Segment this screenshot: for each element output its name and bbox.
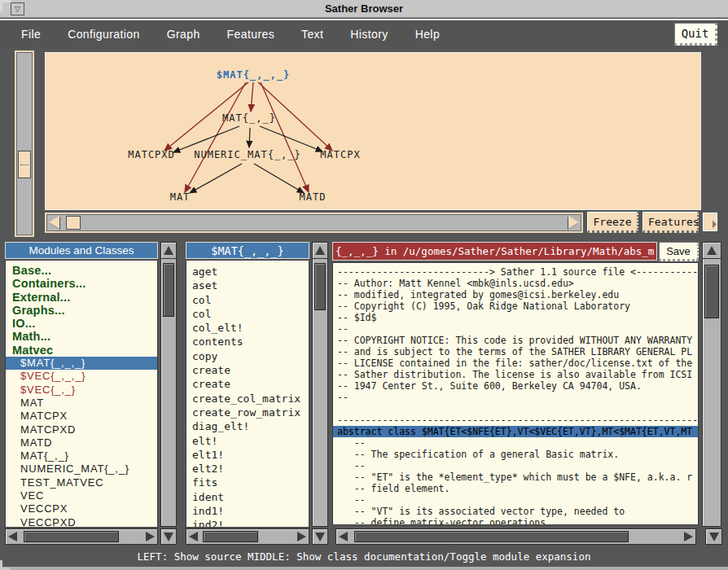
list-item[interactable]: create_col_matrix xyxy=(186,392,309,406)
title-bar[interactable]: ▽ Sather Browser xyxy=(0,0,728,18)
window-title: Sather Browser xyxy=(0,2,728,15)
graph-edge xyxy=(260,126,322,151)
freeze-button[interactable]: Freeze xyxy=(587,212,638,233)
graph-node-matcpx[interactable]: MATCPX xyxy=(320,149,360,160)
list-item[interactable]: IO... xyxy=(6,317,157,330)
source-horizontal-scrollbar[interactable] xyxy=(335,528,696,545)
graph-node-mat[interactable]: MAT{_,_} xyxy=(222,112,276,124)
list-item[interactable]: Graphs... xyxy=(6,304,157,317)
list-item[interactable]: MATCPX xyxy=(6,410,157,423)
menu-item[interactable]: Help xyxy=(415,28,440,41)
menu-item[interactable]: Text xyxy=(301,28,323,41)
features-horizontal-scrollbar[interactable] xyxy=(186,528,309,545)
source-scroll-up-button[interactable] xyxy=(703,243,721,259)
features-vertical-scrollbar[interactable] xyxy=(312,242,328,527)
list-item[interactable]: col_elt! xyxy=(186,321,309,335)
list-item[interactable]: TEST_MATVEC xyxy=(6,476,157,489)
list-item[interactable]: VECCPXD xyxy=(6,516,157,528)
source-scroll-down-button[interactable] xyxy=(705,528,722,545)
source-vertical-scrollbar[interactable] xyxy=(702,242,721,527)
graph-scroll-left-icon[interactable] xyxy=(49,216,59,229)
list-item[interactable]: create xyxy=(186,363,309,377)
list-item[interactable]: create_row_matrix xyxy=(186,406,309,419)
modules-panel-header: Modules and Classes xyxy=(5,242,158,259)
graph-edge xyxy=(185,82,246,192)
list-item[interactable]: contents xyxy=(186,335,309,349)
right-arrow-icon[interactable] xyxy=(297,532,306,542)
save-button[interactable]: Save xyxy=(659,242,699,261)
features-button[interactable]: Features xyxy=(642,212,699,233)
right-arrow-icon[interactable] xyxy=(684,532,693,542)
list-item[interactable]: MAT xyxy=(6,397,157,410)
frame-bottom-edge xyxy=(0,567,728,570)
modules-list[interactable]: Base...Containers...External...Graphs...… xyxy=(5,260,158,528)
list-item[interactable]: diag_elt! xyxy=(186,419,309,433)
list-item[interactable]: Matvec xyxy=(6,344,157,357)
left-arrow-icon[interactable] xyxy=(339,532,348,542)
list-item[interactable]: create xyxy=(186,377,309,391)
list-item[interactable]: VECCPX xyxy=(6,502,157,515)
features-panel-header: $MAT{_,_,_} xyxy=(186,242,309,259)
graph-node-matd[interactable]: MATD xyxy=(300,191,327,203)
left-arrow-icon[interactable] xyxy=(8,532,17,542)
list-item[interactable]: ind1! xyxy=(186,504,309,518)
graph-canvas[interactable]: $MAT{_,_,_}MAT{_,_}MATCPXDNUMERIC_MAT{_,… xyxy=(45,52,701,210)
left-arrow-icon[interactable] xyxy=(189,532,198,542)
features-vscrollbar-thumb[interactable] xyxy=(314,263,326,310)
features-hscrollbar-thumb[interactable] xyxy=(203,531,258,542)
menu-item[interactable]: Configuration xyxy=(68,28,139,41)
menu-item[interactable]: Graph xyxy=(167,28,200,41)
list-item[interactable]: col xyxy=(186,307,309,321)
graph-scroll-corner-button[interactable] xyxy=(703,213,717,231)
source-hscrollbar-thumb[interactable] xyxy=(354,531,629,542)
list-item[interactable]: MAT{_,_} xyxy=(6,449,157,463)
menu-item[interactable]: File xyxy=(21,28,41,41)
graph-node-mat[interactable]: MAT xyxy=(170,191,191,203)
modules-vertical-scrollbar[interactable] xyxy=(160,242,177,527)
right-arrow-icon[interactable] xyxy=(146,532,155,542)
features-scroll-down-button[interactable] xyxy=(312,528,328,545)
list-item[interactable]: $VEC{_,_} xyxy=(6,384,157,397)
list-item[interactable]: aget xyxy=(186,265,309,278)
list-item[interactable]: fits xyxy=(186,476,309,489)
modules-horizontal-scrollbar[interactable] xyxy=(5,528,158,545)
modules-hscrollbar-thumb[interactable] xyxy=(24,531,119,542)
diagonal-arrow-icon xyxy=(704,216,717,228)
list-item[interactable]: aset xyxy=(186,278,309,292)
modules-vscrollbar-thumb[interactable] xyxy=(163,263,174,317)
list-item[interactable]: Math... xyxy=(6,330,157,343)
graph-node-numericmat[interactable]: NUMERIC_MAT{_,_} xyxy=(194,149,301,160)
menu-item[interactable]: History xyxy=(350,28,388,41)
graph-vertical-scrollbar[interactable] xyxy=(15,50,34,237)
list-item[interactable]: $MAT{_,_,_} xyxy=(6,357,157,370)
list-item[interactable]: NUMERIC_MAT{_,_} xyxy=(6,463,157,476)
list-item[interactable]: MATD xyxy=(6,436,157,449)
list-item[interactable]: col xyxy=(186,293,309,307)
graph-scroll-right-icon[interactable] xyxy=(568,216,579,229)
graph-hscrollbar-thumb[interactable] xyxy=(66,216,81,230)
list-item[interactable]: ident xyxy=(186,490,309,504)
list-item[interactable]: Base... xyxy=(6,264,157,277)
list-item[interactable]: elt2! xyxy=(186,462,309,476)
source-code[interactable]: ---------------------------> Sather 1.1 … xyxy=(332,262,699,525)
modules-scroll-up-button[interactable] xyxy=(161,243,176,259)
quit-button[interactable]: Quit xyxy=(674,23,717,46)
list-item[interactable]: copy xyxy=(186,349,309,363)
list-item[interactable]: ind2! xyxy=(186,518,309,528)
list-item[interactable]: elt1! xyxy=(186,448,309,462)
features-list[interactable]: agetasetcolcolcol_elt!contentscopycreate… xyxy=(186,260,309,528)
list-item[interactable]: $VEC{_,_,_} xyxy=(6,370,157,383)
list-item[interactable]: External... xyxy=(6,291,157,304)
menu-item[interactable]: Features xyxy=(227,28,274,41)
graph-horizontal-scrollbar[interactable] xyxy=(45,213,583,233)
list-item[interactable]: Containers... xyxy=(6,277,157,290)
list-item[interactable]: VEC xyxy=(6,489,157,502)
features-scroll-up-button[interactable] xyxy=(313,243,327,259)
graph-node-mat[interactable]: $MAT{_,_,_} xyxy=(217,69,290,81)
list-item[interactable]: MATCPXD xyxy=(6,423,157,436)
source-vscrollbar-thumb[interactable] xyxy=(704,265,719,318)
modules-scroll-down-button[interactable] xyxy=(160,528,177,545)
graph-node-matcpxd[interactable]: MATCPXD xyxy=(128,149,175,160)
graph-vscrollbar-thumb[interactable] xyxy=(18,151,31,178)
list-item[interactable]: elt! xyxy=(186,434,309,448)
